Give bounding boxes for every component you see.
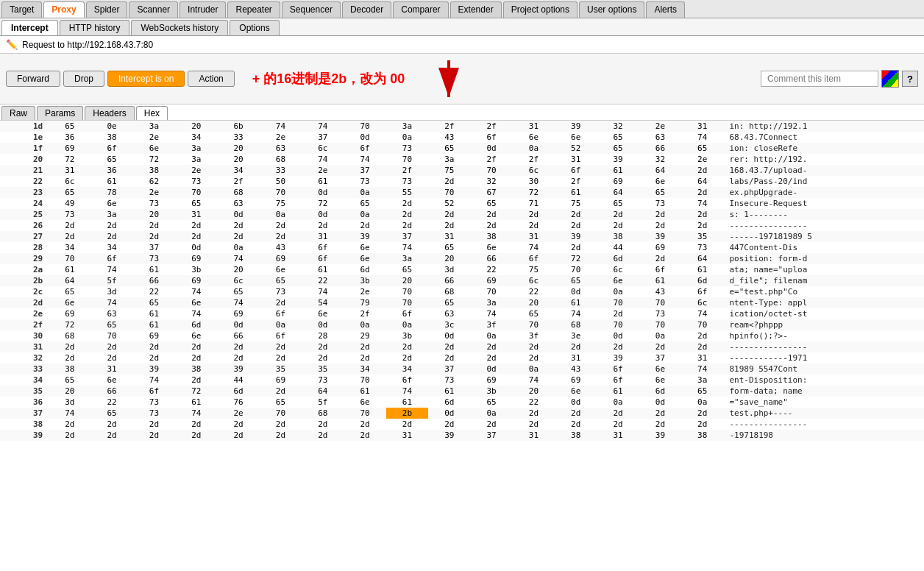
hex-cell[interactable]: 73 bbox=[175, 176, 217, 187]
hex-cell[interactable]: 33 bbox=[217, 132, 259, 143]
hex-cell[interactable]: 2d bbox=[470, 419, 512, 430]
hex-cell[interactable]: 65 bbox=[133, 297, 175, 308]
hex-cell[interactable]: 2d bbox=[260, 419, 302, 430]
hex-cell[interactable]: 20 bbox=[428, 253, 470, 264]
tab-decoder[interactable]: Decoder bbox=[342, 1, 391, 18]
hex-cell[interactable]: 34 bbox=[217, 165, 259, 176]
hex-cell[interactable]: 0d bbox=[470, 143, 512, 154]
hex-cell[interactable]: 6f bbox=[260, 330, 302, 341]
hex-cell[interactable]: 6c bbox=[681, 297, 723, 308]
hex-cell[interactable]: 0a bbox=[513, 143, 555, 154]
hex-cell[interactable]: 2d bbox=[133, 220, 175, 231]
hex-cell[interactable]: 39 bbox=[344, 231, 385, 242]
hex-cell[interactable]: 63 bbox=[217, 198, 259, 209]
hex-cell[interactable]: 3a bbox=[428, 154, 470, 165]
tab-alerts[interactable]: Alerts bbox=[646, 1, 685, 18]
hex-cell[interactable]: 3f bbox=[470, 319, 512, 330]
hex-cell[interactable]: 2d bbox=[175, 375, 217, 386]
hex-cell[interactable]: 6d bbox=[175, 319, 217, 330]
hex-cell[interactable]: 2d bbox=[49, 231, 90, 242]
hex-cell[interactable]: 2d bbox=[302, 419, 344, 430]
hex-cell[interactable]: 69 bbox=[175, 275, 217, 286]
hex-cell[interactable]: 34 bbox=[344, 363, 385, 375]
hex-cell[interactable]: 2d bbox=[386, 419, 428, 430]
table-row[interactable]: 272d2d2d2d2d2d31393731383139383935------… bbox=[0, 231, 924, 242]
hex-cell[interactable]: 6f bbox=[555, 165, 597, 176]
hex-cell[interactable]: 70 bbox=[260, 408, 302, 419]
hex-cell[interactable]: 2d bbox=[428, 176, 470, 187]
hex-cell[interactable]: 2d bbox=[133, 231, 175, 242]
hex-cell[interactable]: 6e bbox=[470, 242, 512, 253]
table-row[interactable]: 2d6e74656e742d547970653a206170706cntent-… bbox=[0, 297, 924, 308]
hex-cell[interactable]: 73 bbox=[344, 176, 385, 187]
hex-cell[interactable]: 61 bbox=[49, 264, 90, 275]
table-row[interactable]: 25733a20310d0a0d0a2d2d2d2d2d2d2d2ds: 1--… bbox=[0, 209, 924, 220]
hex-cell[interactable]: 2d bbox=[639, 408, 681, 419]
hex-cell[interactable]: 69 bbox=[175, 253, 217, 264]
hex-cell[interactable]: 2e bbox=[681, 154, 723, 165]
tab-comparer[interactable]: Comparer bbox=[393, 1, 448, 18]
hex-cell[interactable]: 2e bbox=[344, 286, 385, 297]
hex-cell[interactable]: 74 bbox=[217, 253, 259, 264]
hex-cell[interactable]: 6e bbox=[513, 132, 555, 143]
hex-cell[interactable]: 0a bbox=[386, 319, 428, 330]
hex-cell[interactable]: 72 bbox=[513, 187, 555, 198]
hex-cell[interactable]: 20 bbox=[175, 121, 217, 132]
hex-cell[interactable]: 35 bbox=[260, 363, 302, 375]
hex-cell[interactable]: 2d bbox=[175, 352, 217, 363]
hex-cell[interactable]: 73 bbox=[133, 397, 175, 408]
table-row[interactable]: 1e36382e34332e370d0a436f6e6e65637468.43.… bbox=[0, 132, 924, 143]
hex-cell[interactable]: 6e bbox=[639, 375, 681, 386]
hex-cell[interactable]: 2d bbox=[639, 253, 681, 264]
hex-cell[interactable]: 2d bbox=[386, 209, 428, 220]
tab-sequencer[interactable]: Sequencer bbox=[282, 1, 341, 18]
hex-cell[interactable]: 70 bbox=[470, 165, 512, 176]
hex-cell[interactable]: 2d bbox=[597, 419, 639, 430]
hex-cell[interactable]: 2d bbox=[217, 231, 259, 242]
hex-cell[interactable]: 20 bbox=[217, 264, 259, 275]
hex-cell[interactable]: 0a bbox=[597, 286, 639, 297]
hex-cell[interactable]: 74 bbox=[175, 408, 217, 419]
hex-cell[interactable]: 66 bbox=[428, 275, 470, 286]
hex-cell[interactable]: 2d bbox=[513, 352, 555, 363]
comment-input[interactable] bbox=[761, 71, 878, 87]
hex-cell[interactable]: 61 bbox=[681, 264, 723, 275]
hex-cell[interactable]: 64 bbox=[681, 253, 723, 264]
hex-cell[interactable]: 2d bbox=[217, 352, 259, 363]
hex-cell[interactable]: 65 bbox=[90, 408, 132, 419]
hex-cell[interactable]: 70 bbox=[90, 330, 132, 341]
hex-cell[interactable]: 3a bbox=[470, 297, 512, 308]
hex-cell[interactable]: 61 bbox=[597, 165, 639, 176]
hex-cell[interactable]: 69 bbox=[49, 308, 90, 319]
hex-cell[interactable]: 39 bbox=[555, 231, 597, 242]
hex-cell[interactable]: 20 bbox=[513, 386, 555, 397]
hex-cell[interactable]: 78 bbox=[90, 187, 132, 198]
hex-cell[interactable]: 20 bbox=[133, 209, 175, 220]
hex-cell[interactable]: 65 bbox=[175, 198, 217, 209]
hex-cell[interactable]: 74 bbox=[681, 363, 723, 375]
hex-cell[interactable]: 2f bbox=[217, 176, 259, 187]
hex-cell[interactable]: 72 bbox=[175, 386, 217, 397]
hex-cell[interactable]: 6c bbox=[302, 143, 344, 154]
hex-cell[interactable]: 65 bbox=[344, 198, 385, 209]
hex-cell[interactable]: 6e bbox=[555, 386, 597, 397]
hex-cell[interactable]: 66 bbox=[90, 386, 132, 397]
hex-cell[interactable]: 31 bbox=[428, 231, 470, 242]
hex-cell[interactable]: 32 bbox=[639, 154, 681, 165]
hex-cell[interactable]: 3b bbox=[386, 330, 428, 341]
hex-cell[interactable]: 66 bbox=[217, 330, 259, 341]
hex-cell[interactable]: 6c bbox=[597, 264, 639, 275]
hex-cell[interactable]: 20 bbox=[217, 154, 259, 165]
hex-cell[interactable]: 70 bbox=[639, 319, 681, 330]
hex-cell[interactable]: 2b bbox=[386, 408, 428, 419]
hex-cell[interactable]: 2d bbox=[639, 220, 681, 231]
hex-cell[interactable]: 6e bbox=[639, 363, 681, 375]
hex-cell[interactable]: 61 bbox=[175, 397, 217, 408]
hex-cell[interactable]: 2e bbox=[217, 408, 259, 419]
hex-cell[interactable]: 6d bbox=[428, 397, 470, 408]
tab-proxy[interactable]: Proxy bbox=[43, 1, 84, 18]
table-row[interactable]: 392d2d2d2d2d2d2d2d3139373138313938-19718… bbox=[0, 430, 924, 441]
hex-cell[interactable]: 2d bbox=[597, 220, 639, 231]
hex-cell[interactable]: 6f bbox=[260, 308, 302, 319]
table-row[interactable]: 213136382e34332e372f75706c6f61642d168.43… bbox=[0, 165, 924, 176]
